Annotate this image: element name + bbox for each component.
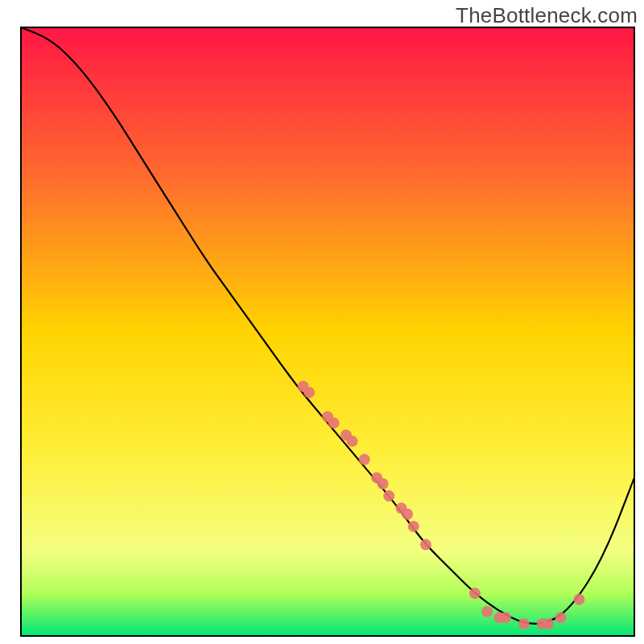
marker-point: [347, 436, 358, 447]
marker-point: [328, 417, 340, 428]
marker-point: [573, 594, 584, 605]
marker-point: [518, 618, 530, 630]
marker-point: [420, 539, 431, 551]
marker-point: [359, 454, 370, 465]
marker-point: [481, 606, 493, 617]
marker-point: [543, 618, 554, 630]
watermark-text: TheBottleneck.com: [456, 3, 638, 28]
plot-area: [21, 27, 634, 636]
chart-container: TheBottleneck.com: [0, 0, 644, 644]
marker-point: [383, 490, 394, 502]
marker-point: [500, 612, 511, 623]
marker-point: [378, 478, 389, 489]
marker-point: [303, 387, 315, 398]
marker-point: [402, 509, 413, 520]
plot-background: [21, 27, 634, 636]
marker-point: [469, 588, 481, 599]
chart-svg: [0, 0, 644, 644]
marker-point: [555, 612, 567, 623]
marker-point: [408, 521, 419, 532]
